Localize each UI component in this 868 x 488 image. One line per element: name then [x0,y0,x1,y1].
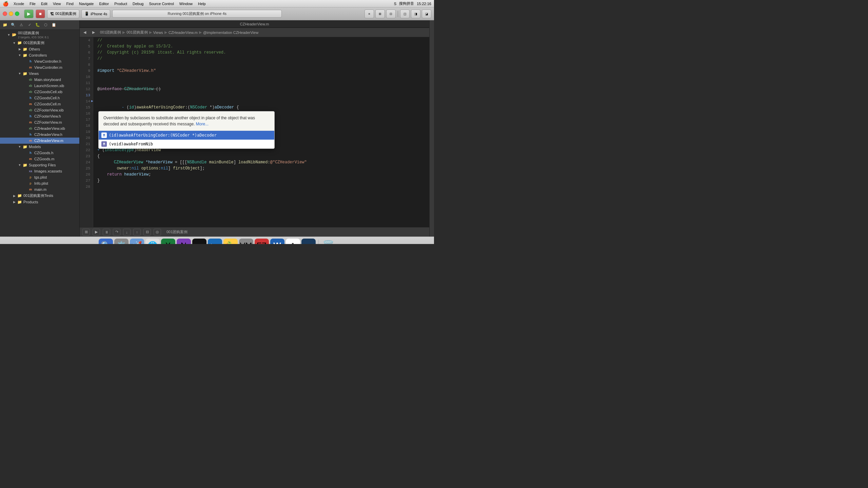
scheme-button[interactable]: 🏗 001团购案例 [47,9,79,18]
maximize-button[interactable] [15,12,19,16]
breadcrumb-part-1[interactable]: 001团购案例 [100,30,121,35]
sidebar-item-czfooterview-xib[interactable]: ▶ xb CZFooterView.xib [0,107,79,113]
debug-toggle[interactable]: ◨ [411,9,420,18]
autocomplete-item-2[interactable]: M (void)awakeFromNib [99,140,274,148]
navigator-toggle[interactable]: ◫ [400,9,410,18]
menu-debug[interactable]: Debug [130,1,146,6]
dock-finder[interactable]: 🔍 [99,239,113,244]
sidebar-item-viewcontroller-h[interactable]: ▶ h ViewController.h [0,58,79,64]
dock-word[interactable]: W [270,239,284,244]
editor-view-standard[interactable]: ≡ [364,9,374,18]
debug-btn-step-over[interactable]: ↷ [113,229,120,236]
input-method-label: 搜狗拼音 [399,1,414,6]
breadcrumb-part-2[interactable]: 001团购案例 [126,30,147,35]
dock-onenote[interactable]: N [177,239,191,244]
sidebar-item-czgoods-h[interactable]: ▶ h CZGoods.h [0,150,79,156]
sidebar-item-models-folder[interactable]: ▼ 📁 Models [0,144,79,150]
nav-search-btn[interactable]: 🔍 [9,22,17,28]
sidebar-item-czgoodscell-xib[interactable]: ▶ xb CZGoodsCell.xib [0,89,79,95]
sidebar-item-czgoods-m[interactable]: ▶ m CZGoods.m [0,156,79,162]
nav-forward-button[interactable]: ▶ [90,29,97,36]
dock-ios-app[interactable]: iOS [208,239,222,244]
menu-edit[interactable]: Edit [39,1,50,6]
dock-xcode-dock[interactable]: Xc [301,239,316,244]
sidebar-item-products[interactable]: ▶ 📁 Products [0,199,79,205]
breadcrumb-part-5[interactable]: @implementation CZHeaderView [203,30,258,35]
nav-report-btn[interactable]: 📋 [50,22,58,28]
dock-terminal[interactable]: >_ [192,239,206,244]
sidebar-item-czfooterview-m[interactable]: ▶ m CZFooterView.m [0,119,79,125]
menu-editor[interactable]: Editor [97,1,111,6]
debug-btn-step-out[interactable]: ↑ [133,229,141,236]
sidebar-item-views-folder[interactable]: ▼ 📁 Views [0,70,79,77]
nav-back-button[interactable]: ◀ [81,29,88,36]
sidebar-item-others[interactable]: ▶ 📁 Others [0,46,79,52]
sidebar-item-tgs-plist[interactable]: ▶ p tgs.plist [0,174,79,180]
sidebar-item-czgoodscell-m[interactable]: ▶ m CZGoodsCell.m [0,101,79,107]
dock-python[interactable]: 🐍 [223,239,238,244]
dock-filezilla[interactable]: FZ [255,239,269,244]
sidebar-item-main-folder[interactable]: ▼ 📁 001团购案例 [0,40,79,46]
dock-excel[interactable]: X [161,239,175,244]
nav-warning-btn[interactable]: ⚠ [18,22,25,28]
menu-find[interactable]: Find [64,1,76,6]
debug-btn-stack[interactable]: ⊟ [143,229,151,236]
nav-breakpoint-btn[interactable]: ⬡ [42,22,50,28]
dock-settings[interactable]: ⚙️ [114,239,129,244]
debug-btn-pause[interactable]: ⏸ [103,229,110,236]
ln-4: 4 [82,37,90,43]
sidebar-item-controllers[interactable]: ▼ 📁 Controllers [0,52,79,58]
editor-view-version[interactable]: ⊡ [386,9,396,18]
dock-launchpad[interactable]: 🚀 [130,239,144,244]
menu-window[interactable]: Window [177,1,195,6]
nav-debug-btn[interactable]: 🐛 [34,22,41,28]
utilities-toggle[interactable]: ◪ [422,9,431,18]
sidebar-item-info-plist[interactable]: ▶ p Info.plist [0,180,79,186]
sidebar-item-launchscreen[interactable]: ▶ xb LaunchScreen.xib [0,83,79,89]
sidebar-item-supporting-files[interactable]: ▼ 📁 Supporting Files [0,162,79,168]
sidebar-item-czgoodscell-h[interactable]: ▶ h CZGoodsCell.h [0,95,79,101]
sidebar-item-main-storyboard[interactable]: ▶ sb Main.storyboard [0,77,79,83]
sidebar-item-main-m[interactable]: ▶ m main.m [0,186,79,192]
debug-btn-play[interactable]: ▶ [93,229,100,236]
debug-btn-view[interactable]: ⊞ [82,229,90,236]
nav-test-btn[interactable]: ✓ [26,22,33,28]
dock-trash[interactable]: 🗑️ [321,239,336,244]
tooltip-more-link[interactable]: More... [196,122,209,126]
minimize-button[interactable] [9,12,13,16]
dock-font[interactable]: A [286,239,300,244]
ln-9: 9 [82,68,90,74]
menu-view[interactable]: View [51,1,63,6]
menu-xcode[interactable]: Xcode [11,1,26,6]
run-button[interactable]: ▶ [24,9,34,18]
close-button[interactable] [3,12,7,16]
breadcrumb-part-3[interactable]: Views [153,30,163,35]
debug-btn-location[interactable]: ◎ [154,229,161,236]
apple-menu[interactable]: 🍎 [3,1,8,6]
excel-icon: X [165,241,171,244]
sidebar-item-tests[interactable]: ▶ 📁 001团购案例Tests [0,192,79,199]
sidebar-item-viewcontroller-m[interactable]: ▶ m ViewController.m [0,64,79,70]
sidebar-item-images-xcassets[interactable]: ▶ xa Images.xcassets [0,168,79,174]
menu-file[interactable]: File [27,1,38,6]
nav-folder-btn[interactable]: 📁 [1,22,9,28]
dock-vmware[interactable]: VM [239,239,253,244]
project-root-item[interactable]: ▼ 📂 001团购案例 2 targets, iOS SDK 8.1 [0,30,79,40]
editor-view-assistant[interactable]: ⊞ [375,9,385,18]
stop-button[interactable]: ■ [36,9,45,18]
sidebar-item-czheaderview-h[interactable]: ▶ h CZHeaderView.h [0,131,79,138]
dock-safari[interactable]: 🌐 [145,239,160,244]
sidebar-item-czfooterview-h[interactable]: ▶ h CZFooterView.h [0,113,79,119]
debug-btn-step-in[interactable]: ↓ [123,229,131,236]
code-editor[interactable]: 4 5 6 7 8 9 10 11 12 13 14 15 16 17 18 1… [80,37,429,227]
menu-help[interactable]: Help [196,1,208,6]
autocomplete-item-1[interactable]: M (id)awakeAfterUsingCoder:(NSCoder *)aD… [99,131,274,140]
menu-navigate[interactable]: Navigate [77,1,96,6]
autocomplete-popup[interactable]: Overridden by subclasses to substitute a… [98,111,275,149]
menu-product[interactable]: Product [112,1,130,6]
menu-source-control[interactable]: Source Control [146,1,176,6]
sidebar-item-czheaderview-m[interactable]: ▶ m CZHeaderView.m [0,138,79,144]
breadcrumb-part-4[interactable]: CZHeaderView.m [169,30,198,35]
device-selector[interactable]: 📱 iPhone 4s [81,9,110,18]
sidebar-item-czheaderview-xib[interactable]: ▶ xb CZHeaderView.xib [0,125,79,131]
